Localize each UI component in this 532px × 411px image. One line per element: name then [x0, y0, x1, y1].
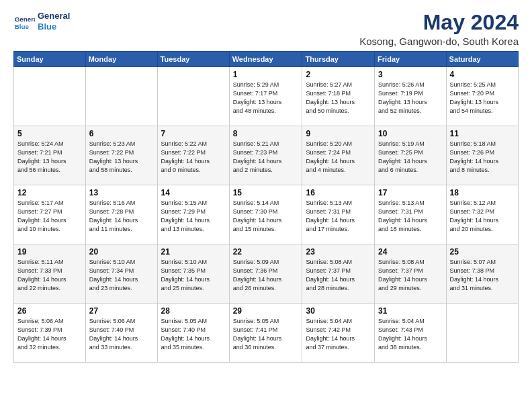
day-info: Sunrise: 5:10 AM Sunset: 7:35 PM Dayligh…: [161, 258, 226, 293]
day-header-wednesday: Wednesday: [229, 52, 302, 67]
logo-line2: Blue: [38, 21, 70, 32]
calendar-cell: 20Sunrise: 5:10 AM Sunset: 7:34 PM Dayli…: [85, 244, 157, 304]
day-number: 12: [17, 188, 82, 197]
calendar-cell: 13Sunrise: 5:16 AM Sunset: 7:28 PM Dayli…: [85, 185, 157, 244]
day-number: 27: [89, 306, 154, 316]
logo: General Blue General Blue: [13, 11, 70, 32]
calendar-cell: 22Sunrise: 5:09 AM Sunset: 7:36 PM Dayli…: [229, 244, 302, 304]
day-info: Sunrise: 5:06 AM Sunset: 7:39 PM Dayligh…: [17, 317, 82, 352]
calendar-cell: 9Sunrise: 5:20 AM Sunset: 7:24 PM Daylig…: [302, 126, 375, 185]
calendar-cell: 2Sunrise: 5:27 AM Sunset: 7:18 PM Daylig…: [302, 67, 375, 126]
week-row-1: 1Sunrise: 5:29 AM Sunset: 7:17 PM Daylig…: [14, 67, 519, 126]
day-number: 9: [306, 129, 371, 138]
day-info: Sunrise: 5:04 AM Sunset: 7:43 PM Dayligh…: [378, 317, 442, 352]
day-number: 4: [450, 70, 515, 79]
day-info: Sunrise: 5:25 AM Sunset: 7:20 PM Dayligh…: [450, 81, 515, 116]
day-header-tuesday: Tuesday: [157, 52, 229, 67]
calendar-cell: 12Sunrise: 5:17 AM Sunset: 7:27 PM Dayli…: [14, 185, 86, 244]
calendar-cell: 11Sunrise: 5:18 AM Sunset: 7:26 PM Dayli…: [446, 126, 518, 185]
day-number: 8: [233, 129, 299, 138]
day-number: 29: [233, 306, 299, 316]
calendar-cell: 25Sunrise: 5:07 AM Sunset: 7:38 PM Dayli…: [446, 244, 518, 304]
calendar-cell: 26Sunrise: 5:06 AM Sunset: 7:39 PM Dayli…: [14, 304, 86, 363]
svg-text:Blue: Blue: [15, 23, 30, 30]
day-number: 17: [378, 188, 442, 197]
calendar: SundayMondayTuesdayWednesdayThursdayFrid…: [13, 51, 519, 363]
day-number: 7: [161, 129, 226, 138]
day-number: 20: [89, 247, 154, 257]
day-number: 23: [306, 247, 371, 257]
day-number: 22: [233, 247, 299, 257]
day-info: Sunrise: 5:29 AM Sunset: 7:17 PM Dayligh…: [233, 81, 299, 116]
day-info: Sunrise: 5:09 AM Sunset: 7:36 PM Dayligh…: [233, 258, 299, 293]
calendar-cell: 6Sunrise: 5:23 AM Sunset: 7:22 PM Daylig…: [85, 126, 157, 185]
day-number: 2: [306, 70, 371, 79]
day-info: Sunrise: 5:23 AM Sunset: 7:22 PM Dayligh…: [89, 140, 154, 175]
calendar-cell: 16Sunrise: 5:13 AM Sunset: 7:31 PM Dayli…: [302, 185, 375, 244]
calendar-cell: 3Sunrise: 5:26 AM Sunset: 7:19 PM Daylig…: [375, 67, 446, 126]
week-row-5: 26Sunrise: 5:06 AM Sunset: 7:39 PM Dayli…: [14, 304, 519, 363]
day-header-monday: Monday: [85, 52, 157, 67]
day-info: Sunrise: 5:11 AM Sunset: 7:33 PM Dayligh…: [17, 258, 82, 293]
day-header-saturday: Saturday: [446, 52, 518, 67]
day-number: 13: [89, 188, 154, 197]
day-info: Sunrise: 5:04 AM Sunset: 7:42 PM Dayligh…: [306, 317, 371, 352]
day-info: Sunrise: 5:20 AM Sunset: 7:24 PM Dayligh…: [306, 140, 371, 175]
day-number: 3: [378, 70, 442, 79]
calendar-cell: 8Sunrise: 5:21 AM Sunset: 7:23 PM Daylig…: [229, 126, 302, 185]
day-number: 14: [161, 188, 226, 197]
day-info: Sunrise: 5:19 AM Sunset: 7:25 PM Dayligh…: [378, 140, 442, 175]
day-header-sunday: Sunday: [14, 52, 86, 67]
day-header-friday: Friday: [375, 52, 446, 67]
title-block: May 2024 Kosong, Gangwon-do, South Korea: [359, 11, 519, 47]
day-number: 5: [17, 129, 82, 138]
day-number: 30: [306, 306, 371, 316]
calendar-cell: 19Sunrise: 5:11 AM Sunset: 7:33 PM Dayli…: [14, 244, 86, 304]
day-info: Sunrise: 5:05 AM Sunset: 7:41 PM Dayligh…: [233, 317, 299, 352]
calendar-cell: [14, 67, 86, 126]
day-number: 16: [306, 188, 371, 197]
calendar-cell: 4Sunrise: 5:25 AM Sunset: 7:20 PM Daylig…: [446, 67, 518, 126]
calendar-header: SundayMondayTuesdayWednesdayThursdayFrid…: [14, 52, 519, 67]
page: General Blue General Blue May 2024 Koson…: [0, 0, 532, 411]
calendar-cell: [446, 304, 518, 363]
calendar-cell: 17Sunrise: 5:13 AM Sunset: 7:31 PM Dayli…: [375, 185, 446, 244]
logo-line1: General: [38, 11, 70, 21]
day-headers-row: SundayMondayTuesdayWednesdayThursdayFrid…: [14, 52, 519, 67]
day-number: 10: [378, 129, 442, 138]
calendar-cell: 30Sunrise: 5:04 AM Sunset: 7:42 PM Dayli…: [302, 304, 375, 363]
day-number: 28: [161, 306, 226, 316]
day-info: Sunrise: 5:08 AM Sunset: 7:37 PM Dayligh…: [306, 258, 371, 293]
day-info: Sunrise: 5:05 AM Sunset: 7:40 PM Dayligh…: [161, 317, 226, 352]
header: General Blue General Blue May 2024 Koson…: [13, 11, 519, 47]
svg-text:General: General: [15, 15, 35, 23]
day-info: Sunrise: 5:24 AM Sunset: 7:21 PM Dayligh…: [17, 140, 82, 175]
calendar-cell: 28Sunrise: 5:05 AM Sunset: 7:40 PM Dayli…: [157, 304, 229, 363]
month-year: May 2024: [359, 11, 519, 34]
week-row-4: 19Sunrise: 5:11 AM Sunset: 7:33 PM Dayli…: [14, 244, 519, 304]
day-header-thursday: Thursday: [302, 52, 375, 67]
calendar-cell: 24Sunrise: 5:08 AM Sunset: 7:37 PM Dayli…: [375, 244, 446, 304]
day-info: Sunrise: 5:07 AM Sunset: 7:38 PM Dayligh…: [450, 258, 515, 293]
day-number: 18: [450, 188, 515, 197]
day-info: Sunrise: 5:26 AM Sunset: 7:19 PM Dayligh…: [378, 81, 442, 116]
day-number: 6: [89, 129, 154, 138]
calendar-cell: [85, 67, 157, 126]
day-info: Sunrise: 5:08 AM Sunset: 7:37 PM Dayligh…: [378, 258, 442, 293]
week-row-2: 5Sunrise: 5:24 AM Sunset: 7:21 PM Daylig…: [14, 126, 519, 185]
day-number: 11: [450, 129, 515, 138]
day-info: Sunrise: 5:13 AM Sunset: 7:31 PM Dayligh…: [306, 199, 371, 234]
logo-icon: General Blue: [13, 11, 35, 32]
calendar-cell: 27Sunrise: 5:06 AM Sunset: 7:40 PM Dayli…: [85, 304, 157, 363]
day-info: Sunrise: 5:14 AM Sunset: 7:30 PM Dayligh…: [233, 199, 299, 234]
day-number: 21: [161, 247, 226, 257]
calendar-cell: 23Sunrise: 5:08 AM Sunset: 7:37 PM Dayli…: [302, 244, 375, 304]
day-number: 25: [450, 247, 515, 257]
location: Kosong, Gangwon-do, South Korea: [359, 36, 519, 47]
day-info: Sunrise: 5:12 AM Sunset: 7:32 PM Dayligh…: [450, 199, 515, 234]
day-info: Sunrise: 5:13 AM Sunset: 7:31 PM Dayligh…: [378, 199, 442, 234]
calendar-body: 1Sunrise: 5:29 AM Sunset: 7:17 PM Daylig…: [14, 67, 519, 363]
calendar-cell: 10Sunrise: 5:19 AM Sunset: 7:25 PM Dayli…: [375, 126, 446, 185]
day-info: Sunrise: 5:06 AM Sunset: 7:40 PM Dayligh…: [89, 317, 154, 352]
calendar-cell: 5Sunrise: 5:24 AM Sunset: 7:21 PM Daylig…: [14, 126, 86, 185]
